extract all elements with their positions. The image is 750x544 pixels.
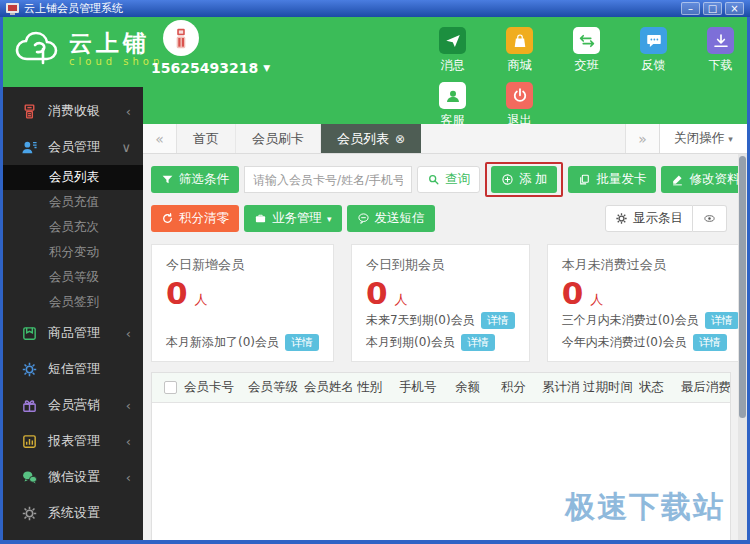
card-line-text: 本月到期(0)会员 bbox=[366, 334, 455, 351]
app-frame: 云上铺 cloud shop 15625493218 ▼ bbox=[3, 17, 747, 540]
plus-circle-icon bbox=[501, 173, 514, 186]
detail-badge[interactable]: 详情 bbox=[461, 334, 495, 351]
chevron-left-icon: ‹ bbox=[126, 104, 131, 119]
column-header-card-no: 会员卡号 bbox=[184, 379, 248, 396]
cash-register-icon bbox=[21, 103, 38, 120]
action-customer-service[interactable]: 客服 bbox=[419, 82, 486, 129]
card-value: 0 人 bbox=[166, 278, 319, 309]
card-line-text: 今年内未消费过(0)会员 bbox=[562, 334, 687, 351]
search-icon bbox=[427, 173, 440, 186]
maximize-button[interactable]: □ bbox=[703, 2, 722, 15]
card-count: 0 bbox=[166, 278, 188, 309]
tab-member-swipe[interactable]: 会员刷卡 bbox=[236, 124, 321, 153]
detail-badge[interactable]: 详情 bbox=[705, 312, 739, 329]
action-label: 客服 bbox=[441, 112, 465, 129]
close-button[interactable]: × bbox=[725, 2, 744, 15]
modify-info-button[interactable]: 修改资料 bbox=[661, 166, 747, 193]
detail-badge[interactable]: 详情 bbox=[693, 334, 727, 351]
tab-label: 会员列表 bbox=[337, 130, 389, 148]
card-detail-line: 今年内未消费过(0)会员 详情 bbox=[562, 334, 739, 351]
card-line-text: 本月新添加了(0)会员 bbox=[166, 334, 279, 351]
action-mall[interactable]: 商城 bbox=[486, 27, 553, 74]
power-icon bbox=[506, 82, 533, 109]
card-expiring-today: 今日到期会员 0 人 未来7天到期(0)会员 详情 本月到期(0)会员 详情 bbox=[351, 244, 530, 362]
search-input[interactable] bbox=[244, 166, 412, 193]
bar-chart-icon bbox=[21, 433, 38, 450]
business-manage-button[interactable]: 业务管理 ▾ bbox=[244, 205, 342, 232]
sidebar-subitem-member-level[interactable]: 会员等级 bbox=[3, 265, 143, 290]
gift-icon bbox=[21, 397, 38, 414]
sidebar-subitem-member-recharge[interactable]: 会员充值 bbox=[3, 190, 143, 215]
column-header-balance: 余额 bbox=[455, 379, 501, 396]
toggle-visibility-button[interactable] bbox=[693, 205, 727, 232]
detail-badge[interactable]: 详情 bbox=[285, 334, 319, 351]
action-label: 交班 bbox=[575, 57, 599, 74]
close-tab-icon[interactable]: ⊗ bbox=[395, 132, 405, 146]
add-button-highlight-box: 添 加 bbox=[485, 162, 563, 197]
sidebar-item-goods[interactable]: 商品管理 ‹ bbox=[3, 315, 143, 351]
watermark: 极速下载站 bbox=[565, 487, 725, 528]
sidebar-item-marketing[interactable]: 会员营销 ‹ bbox=[3, 387, 143, 423]
copy-cards-icon bbox=[578, 173, 591, 186]
user-phone-menu[interactable]: 15625493218 ▼ bbox=[151, 60, 261, 76]
card-no-spend-month: 本月未消费过会员 0 人 三个月内未消费过(0)会员 详情 今年内未消费过(0)… bbox=[547, 244, 747, 362]
header-quick-actions: 消息 商城 交班 bbox=[419, 27, 747, 137]
clear-points-button[interactable]: 积分清零 bbox=[151, 205, 239, 232]
detail-badge[interactable]: 详情 bbox=[481, 312, 515, 329]
tabs-scroll-left-button[interactable]: « bbox=[143, 124, 177, 153]
toolbar-row-1: 筛选条件 查询 添 加 批量发卡 bbox=[151, 162, 733, 197]
display-items-button[interactable]: 显示条目 bbox=[605, 205, 693, 232]
action-label: 退出 bbox=[508, 112, 532, 129]
sidebar-item-settings[interactable]: 系统设置 bbox=[3, 495, 143, 531]
column-header-name: 会员姓名 bbox=[304, 379, 357, 396]
toolbar-row-2: 积分清零 业务管理 ▾ 发送短信 显示条目 bbox=[151, 205, 733, 232]
select-all-checkbox[interactable] bbox=[164, 381, 177, 394]
chevron-down-icon: ▼ bbox=[263, 63, 270, 73]
card-title: 本月未消费过会员 bbox=[562, 256, 739, 274]
display-items-label: 显示条目 bbox=[633, 210, 683, 227]
action-feedback[interactable]: 反馈 bbox=[620, 27, 687, 74]
stat-cards: 今日新增会员 0 人 本月新添加了(0)会员 详情 今日到期会员 bbox=[151, 244, 731, 362]
filter-button[interactable]: 筛选条件 bbox=[151, 166, 239, 193]
vertical-scrollbar[interactable] bbox=[738, 154, 747, 540]
query-button[interactable]: 查询 bbox=[417, 166, 480, 193]
card-detail-line: 未来7天到期(0)会员 详情 bbox=[366, 312, 515, 329]
card-count: 0 bbox=[366, 278, 388, 309]
card-unit: 人 bbox=[195, 291, 208, 309]
send-sms-button[interactable]: 发送短信 bbox=[347, 205, 435, 232]
refresh-icon bbox=[161, 212, 174, 225]
sidebar-item-reports[interactable]: 报表管理 ‹ bbox=[3, 423, 143, 459]
action-download[interactable]: 下载 bbox=[687, 27, 747, 74]
caret-down-icon: ▾ bbox=[327, 214, 332, 224]
cloud-logo-icon bbox=[13, 29, 61, 69]
sidebar-item-wechat[interactable]: 微信设置 ‹ bbox=[3, 459, 143, 495]
display-options-group: 显示条目 bbox=[605, 205, 727, 232]
batch-issue-card-button[interactable]: 批量发卡 bbox=[568, 166, 656, 193]
tab-home[interactable]: 首页 bbox=[177, 124, 236, 153]
eye-icon bbox=[703, 212, 716, 225]
sidebar-item-members[interactable]: 会员管理 ∨ bbox=[3, 129, 143, 165]
action-message[interactable]: 消息 bbox=[419, 27, 486, 74]
sidebar-subitem-member-times[interactable]: 会员充次 bbox=[3, 215, 143, 240]
minimize-button[interactable]: – bbox=[681, 2, 700, 15]
add-button[interactable]: 添 加 bbox=[491, 166, 557, 193]
avatar[interactable] bbox=[163, 20, 199, 56]
action-logout[interactable]: 退出 bbox=[486, 82, 553, 129]
action-shift-change[interactable]: 交班 bbox=[553, 27, 620, 74]
batch-issue-card-label: 批量发卡 bbox=[596, 171, 646, 188]
tab-member-list[interactable]: 会员列表 ⊗ bbox=[321, 124, 421, 153]
app-window: 云上铺会员管理系统 – □ × 云上铺 cloud shop bbox=[0, 0, 750, 544]
filter-icon bbox=[161, 173, 174, 186]
sidebar-subitem-points-change[interactable]: 积分变动 bbox=[3, 240, 143, 265]
scrollbar-thumb[interactable] bbox=[739, 156, 746, 418]
sidebar-item-sms[interactable]: 短信管理 bbox=[3, 351, 143, 387]
card-title: 今日新增会员 bbox=[166, 256, 319, 274]
sidebar-subitem-member-checkin[interactable]: 会员签到 bbox=[3, 290, 143, 315]
sidebar-item-cashier[interactable]: 消费收银 ‹ bbox=[3, 93, 143, 129]
sidebar-subitem-member-list[interactable]: 会员列表 bbox=[3, 165, 143, 190]
avatar-figure-icon bbox=[168, 25, 194, 51]
goods-box-icon bbox=[21, 325, 38, 342]
column-header-gender: 性别 bbox=[357, 379, 399, 396]
shopping-bag-icon bbox=[506, 27, 533, 54]
sms-gear-icon bbox=[21, 361, 38, 378]
